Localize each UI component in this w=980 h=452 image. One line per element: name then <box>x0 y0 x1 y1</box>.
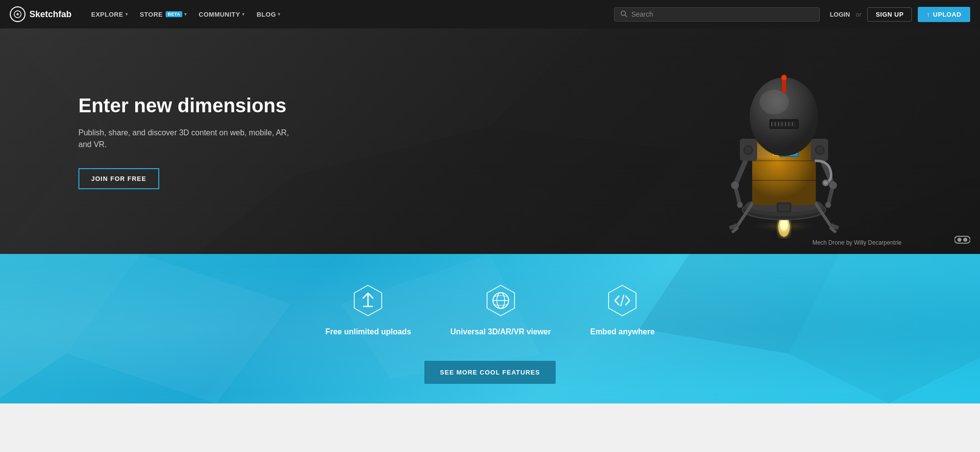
nav-blog[interactable]: BLOG ▾ <box>252 7 286 22</box>
embed-feature-label: Embed anywhere <box>590 327 655 336</box>
svg-point-49 <box>816 147 823 153</box>
svg-point-29 <box>829 181 837 189</box>
hero-content: Enter new dimensions Publish, share, and… <box>0 94 294 189</box>
features-grid: Free unlimited uploads Universal 3D/AR/V… <box>20 283 960 336</box>
upload-button[interactable]: ↑ UPLOAD <box>918 7 970 22</box>
search-box[interactable] <box>614 7 820 22</box>
or-text: or <box>856 11 862 18</box>
svg-point-25 <box>731 181 739 189</box>
svg-point-55 <box>782 75 786 80</box>
login-link[interactable]: LOGIN <box>830 11 850 18</box>
svg-point-66 <box>824 181 828 185</box>
chevron-down-icon: ▾ <box>125 12 128 17</box>
hero-subtitle: Publish, share, and discover 3D content … <box>78 127 294 151</box>
hero-title: Enter new dimensions <box>78 94 294 117</box>
upload-feature-label: Free unlimited uploads <box>325 327 411 336</box>
brand-icon <box>10 6 25 22</box>
embed-icon <box>605 283 639 320</box>
svg-point-30 <box>825 202 831 208</box>
hero-section: Enter new dimensions Publish, share, and… <box>0 28 980 254</box>
hero-3d-model: ! <box>637 38 931 254</box>
chevron-down-icon: ▾ <box>242 12 245 17</box>
svg-point-53 <box>760 90 789 114</box>
svg-point-71 <box>963 238 967 242</box>
upload-arrow-icon: ↑ <box>927 11 930 18</box>
svg-rect-54 <box>782 78 786 93</box>
brand-name: Sketchfab <box>29 9 72 20</box>
brand-logo[interactable]: Sketchfab <box>10 6 72 22</box>
viewer-feature-label: Universal 3D/AR/VR viewer <box>450 327 551 336</box>
nav-explore[interactable]: EXPLORE ▾ <box>86 7 133 22</box>
mech-drone-svg: ! <box>696 43 872 249</box>
see-more-button[interactable]: SEE MORE COOL FEATURES <box>424 361 556 384</box>
hero-caption: Mech Drone by Willy Decarpentrie <box>812 239 902 246</box>
svg-rect-68 <box>778 204 790 211</box>
nav-links: EXPLORE ▾ STORE BETA ▾ COMMUNITY ▾ BLOG … <box>86 7 604 22</box>
features-section: Free unlimited uploads Universal 3D/AR/V… <box>0 254 980 403</box>
nav-store[interactable]: STORE BETA ▾ <box>135 7 192 22</box>
chevron-down-icon: ▾ <box>184 12 187 17</box>
svg-point-70 <box>957 238 961 242</box>
svg-point-26 <box>737 202 743 208</box>
svg-point-46 <box>745 147 752 153</box>
feature-embed: Embed anywhere <box>590 283 655 336</box>
nav-community[interactable]: COMMUNITY ▾ <box>194 7 250 22</box>
vr-icon <box>955 235 970 247</box>
features-cta: SEE MORE COOL FEATURES <box>20 361 960 384</box>
svg-line-2 <box>625 15 627 17</box>
chevron-down-icon: ▾ <box>278 12 281 17</box>
feature-upload: Free unlimited uploads <box>325 283 411 336</box>
signup-button[interactable]: SIGN UP <box>867 7 912 22</box>
svg-point-13 <box>780 219 788 230</box>
upload-icon <box>351 283 385 320</box>
navbar-right: LOGIN or SIGN UP ↑ UPLOAD <box>830 7 970 22</box>
svg-line-86 <box>621 295 624 306</box>
join-button[interactable]: JOIN FOR FREE <box>78 168 159 189</box>
search-icon <box>620 10 627 19</box>
beta-badge: BETA <box>166 11 182 17</box>
feature-viewer: Universal 3D/AR/VR viewer <box>450 283 551 336</box>
search-container <box>614 7 820 22</box>
globe-icon <box>484 283 518 320</box>
navbar: Sketchfab EXPLORE ▾ STORE BETA ▾ COMMUNI… <box>0 0 980 28</box>
search-input[interactable] <box>631 10 813 18</box>
